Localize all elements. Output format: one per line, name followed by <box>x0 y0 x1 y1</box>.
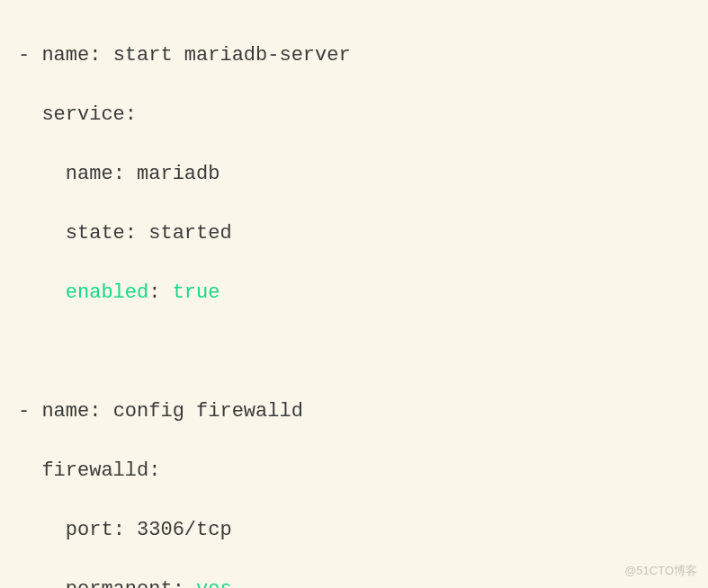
blank-line <box>18 337 690 367</box>
yaml-key: firewalld <box>41 459 148 482</box>
yaml-value: 3306/tcp <box>137 519 232 541</box>
dash: - <box>18 400 30 423</box>
code-line: state: started <box>18 218 690 248</box>
code-line: port: 3306/tcp <box>18 515 690 545</box>
code-line: - name: start mariadb-server <box>18 40 690 70</box>
yaml-value: started <box>148 222 231 245</box>
yaml-key: enabled <box>66 281 148 304</box>
yaml-key: name <box>41 44 89 67</box>
watermark: @51CTO博客 <box>624 562 697 580</box>
yaml-key: permanent <box>66 578 173 588</box>
code-line: permanent: yes <box>18 575 690 588</box>
yaml-key: name <box>66 163 113 185</box>
yaml-value: mariadb <box>137 163 220 185</box>
yaml-value: true <box>173 281 220 304</box>
code-line: enabled: true <box>18 278 690 307</box>
code-line: - name: config firewalld <box>18 396 690 426</box>
yaml-key: name <box>41 400 89 423</box>
yaml-key: service <box>41 103 124 126</box>
yaml-key: port <box>66 519 113 541</box>
dash: - <box>18 44 30 67</box>
code-line: firewalld: <box>18 456 690 486</box>
yaml-value: yes <box>196 578 232 588</box>
code-line: service: <box>18 100 690 129</box>
yaml-key: state <box>66 222 125 245</box>
code-line: name: mariadb <box>18 159 690 189</box>
yaml-value: start mariadb-server <box>113 44 351 67</box>
yaml-code-block: - name: start mariadb-server service: na… <box>18 11 690 588</box>
yaml-value: config firewalld <box>113 400 303 423</box>
